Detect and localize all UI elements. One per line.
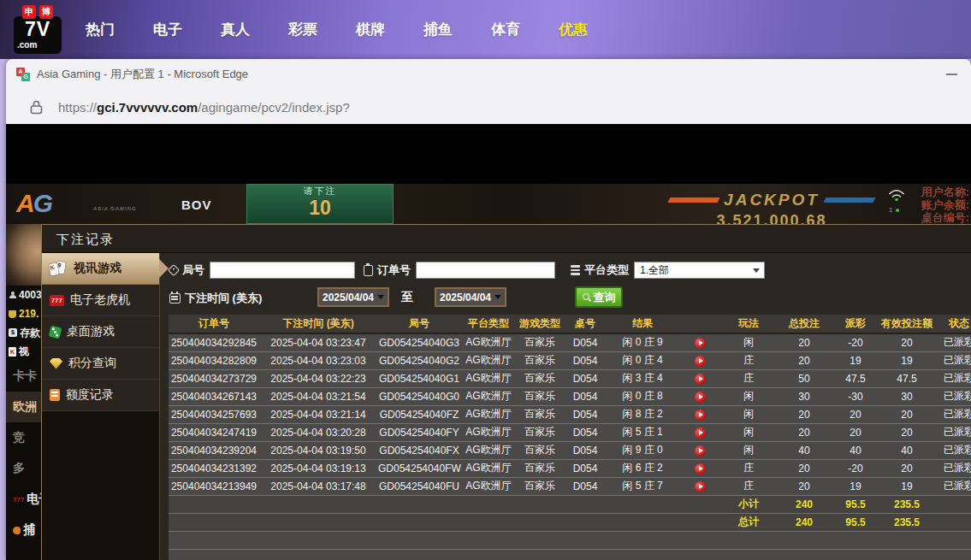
table-cell: AG欧洲厅: [461, 459, 516, 477]
date-from-button[interactable]: 2025/04/04: [317, 287, 389, 307]
modal-menu-item-1[interactable]: 9K视讯游戏: [42, 253, 159, 285]
table-cell: AG欧洲厅: [461, 351, 516, 369]
strip-item-2[interactable]: 219.: [6, 304, 41, 323]
platform-select[interactable]: 1.全部: [634, 262, 765, 279]
date-to-button[interactable]: 2025/04/04: [435, 287, 506, 307]
browser-urlbar[interactable]: https://gci.7vvvvvv.com/agingame/pcv2/in…: [6, 90, 971, 124]
modal-menu-item-5[interactable]: 额度记录: [42, 380, 159, 411]
nav-item-4[interactable]: 彩票: [288, 20, 317, 39]
replay-icon[interactable]: [695, 374, 706, 385]
strip-item-9[interactable]: 777电子: [6, 484, 41, 515]
table-cell: 250404034273729: [169, 369, 259, 387]
filter-row-2: 下注时间 (美东) 2025/04/04 至 2025/04/04: [169, 286, 971, 311]
table-cell: 结果: [607, 315, 678, 333]
to-label: 至: [401, 290, 413, 305]
nav-item-6[interactable]: 捕鱼: [423, 20, 453, 39]
table-cell: D054: [564, 477, 607, 495]
table-row-2: 2504040342828092025-04-04 03:23:03GD0542…: [169, 351, 971, 369]
table-cell: [678, 495, 721, 513]
strip-item-6[interactable]: 欧洲: [6, 392, 41, 422]
site-logo[interactable]: 申 博 7V .com: [14, 5, 63, 56]
nav-item-5[interactable]: 棋牌: [356, 20, 385, 39]
url-text: https://gci.7vvvvvv.com/agingame/pcv2/in…: [58, 100, 350, 115]
table-cell: [776, 549, 832, 560]
table-cell: 闲: [721, 423, 776, 441]
table-cell: 已派彩: [935, 351, 971, 369]
table-cell: 百家乐: [516, 351, 564, 369]
table-cell: 已派彩: [935, 477, 971, 495]
nav-item-7[interactable]: 体育: [491, 20, 520, 39]
slots-icon: 777: [50, 295, 64, 306]
nav-item-1[interactable]: 热门: [86, 20, 115, 39]
table-cell: AG欧洲厅: [461, 405, 516, 423]
modal-menu-item-label: 电子老虎机: [70, 292, 130, 308]
table-cell: 小计: [721, 495, 776, 513]
table-cell: [832, 531, 879, 549]
replay-icon[interactable]: [695, 392, 706, 403]
table-cell: [259, 549, 377, 560]
table-cell: [678, 477, 721, 495]
game-banner: AG ASIA GAMING BOV 请下注 10 JACKPOT 3,521,…: [6, 184, 971, 224]
strip-item-3[interactable]: $存款: [6, 323, 41, 342]
jackpot-label: JACKPOT: [724, 191, 820, 209]
strip-item-5[interactable]: 卡卡: [6, 361, 41, 392]
table-cell: 闲 0 庄 9: [607, 333, 678, 351]
table-cell: 已派彩: [935, 405, 971, 423]
modal-side-menu: 9K视讯游戏777电子老虎机桌面游戏积分查询额度记录: [42, 253, 159, 560]
nav-item-2[interactable]: 电子: [153, 20, 182, 39]
table-cell: 20: [776, 405, 832, 423]
bov-text: BOV: [181, 197, 212, 212]
table-cell: 订单号: [169, 315, 259, 333]
table-cell: 20: [879, 423, 935, 441]
table-cell: 20: [879, 405, 935, 423]
table-row-3: 2504040342737292025-04-04 03:22:23GD0542…: [169, 369, 971, 387]
modal-menu-item-3[interactable]: 桌面游戏: [42, 316, 159, 348]
replay-icon[interactable]: [695, 445, 706, 457]
table-cell: GD054254040G2: [377, 351, 461, 369]
strip-item-7[interactable]: 竞: [6, 422, 41, 453]
search-button[interactable]: 查询: [575, 286, 623, 308]
table-cell: 20: [776, 477, 832, 495]
table-cell: 20: [879, 459, 935, 477]
strip-item-8[interactable]: 多: [6, 453, 41, 484]
table-cell: 50: [776, 369, 832, 387]
table-cell: [935, 513, 971, 531]
table-row-9: 2504040342139492025-04-04 03:17:48GD0542…: [169, 477, 971, 495]
modal-menu-item-2[interactable]: 777电子老虎机: [42, 285, 159, 316]
replay-icon[interactable]: [695, 338, 706, 349]
table-cell: 30: [879, 387, 935, 405]
table-cell: 闲 3 庄 4: [607, 369, 678, 387]
ag-logo-subtext: ASIA GAMING: [93, 206, 136, 211]
replay-icon[interactable]: [695, 427, 706, 439]
table-cell: [516, 513, 564, 531]
modal-menu-item-4[interactable]: 积分查询: [42, 348, 159, 380]
round-input[interactable]: [210, 262, 355, 279]
table-cell: 百家乐: [516, 369, 564, 387]
browser-titlebar: A G Asia Gaming - 用户配置 1 - Microsoft Edg…: [6, 59, 971, 90]
strip-item-10[interactable]: 捕: [6, 515, 41, 545]
nav-item-3[interactable]: 真人: [221, 20, 250, 39]
total-row: 总计24095.5235.5: [169, 513, 971, 531]
table-cell: AG欧洲厅: [461, 369, 516, 387]
strip-item-4[interactable]: K视: [6, 342, 41, 361]
table-cell: 百家乐: [516, 459, 564, 477]
table-cell: 已派彩: [935, 387, 971, 405]
modal-menu-item-label: 视讯游戏: [74, 261, 121, 276]
replay-icon[interactable]: [695, 463, 706, 475]
minimize-button[interactable]: [946, 74, 957, 75]
table-cell: [259, 495, 377, 513]
table-cell: 百家乐: [516, 333, 564, 351]
table-cell: 闲 6 庄 2: [607, 459, 678, 477]
strip-item-1[interactable]: 4003: [6, 286, 41, 304]
search-icon: [583, 293, 591, 302]
table-cell: 闲 9 庄 0: [607, 441, 678, 459]
replay-icon[interactable]: [695, 356, 706, 367]
table-cell: 百家乐: [516, 387, 564, 405]
table-cell: 2025-04-04 03:17:48: [259, 477, 377, 495]
replay-icon[interactable]: [695, 410, 706, 421]
replay-icon[interactable]: [695, 481, 706, 492]
order-input[interactable]: [416, 262, 555, 279]
table-cell: 2025-04-04 03:23:03: [259, 351, 377, 369]
nav-item-8[interactable]: 优惠: [559, 20, 588, 39]
table-cell: -20: [832, 333, 879, 351]
